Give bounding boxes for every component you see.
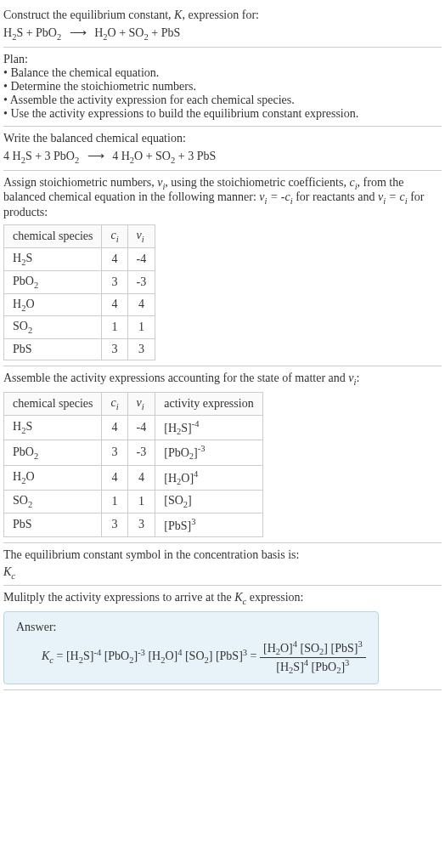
col-species: chemical species bbox=[4, 392, 102, 415]
intro-k: K bbox=[174, 9, 182, 21]
plan-section: Plan: • Balance the chemical equation. •… bbox=[3, 48, 442, 127]
eq-symbol-section: The equilibrium constant symbol in the c… bbox=[3, 543, 442, 587]
cell-c: 1 bbox=[102, 491, 127, 513]
cell-c: 3 bbox=[102, 339, 127, 360]
intro-text-post: , expression for: bbox=[182, 9, 259, 21]
answer-label: Answer: bbox=[16, 621, 366, 634]
cell-activity: [PbS]3 bbox=[155, 513, 262, 536]
nu-i: νi bbox=[157, 176, 165, 189]
cell-v: -3 bbox=[127, 440, 155, 465]
cell-species: SO2 bbox=[4, 316, 102, 339]
cell-c: 4 bbox=[102, 465, 127, 490]
intro-line1: Construct the equilibrium constant, K, e… bbox=[3, 9, 442, 22]
cell-species: SO2 bbox=[4, 491, 102, 513]
cell-c: 1 bbox=[102, 316, 127, 339]
table-row: PbS 3 3 [PbS]3 bbox=[4, 513, 263, 536]
stoich-section: Assign stoichiometric numbers, νi, using… bbox=[3, 171, 442, 367]
c-i: ci bbox=[349, 176, 357, 189]
kc-symbol: Kc bbox=[3, 565, 442, 581]
cell-activity: [H2S]-4 bbox=[155, 415, 262, 440]
answer-section: Mulitply the activity expressions to arr… bbox=[3, 586, 442, 690]
cell-v: 1 bbox=[127, 316, 155, 339]
balanced-heading: Write the balanced chemical equation: bbox=[3, 132, 442, 145]
col-ci: ci bbox=[102, 225, 127, 248]
table-row: SO2 1 1 bbox=[4, 316, 155, 339]
col-vi: νi bbox=[127, 392, 155, 415]
balanced-section: Write the balanced chemical equation: 4 … bbox=[3, 127, 442, 171]
cell-v: 3 bbox=[127, 339, 155, 360]
stoich-table: chemical species ci νi H2S 4 -4 PbO2 3 -… bbox=[3, 224, 155, 360]
col-vi: νi bbox=[127, 225, 155, 248]
cell-v: -4 bbox=[127, 415, 155, 440]
cell-v: 1 bbox=[127, 491, 155, 513]
intro-section: Construct the equilibrium constant, K, e… bbox=[3, 3, 442, 48]
intro-text-pre: Construct the equilibrium constant, bbox=[3, 9, 174, 21]
cell-activity: [PbO2]-3 bbox=[155, 440, 262, 465]
col-species: chemical species bbox=[4, 225, 102, 248]
multiply-line: Mulitply the activity expressions to arr… bbox=[3, 591, 442, 606]
cell-v: -4 bbox=[127, 247, 155, 270]
cell-species: H2O bbox=[4, 293, 102, 316]
plan-heading: Plan: bbox=[3, 53, 442, 66]
table-row: H2S 4 -4 bbox=[4, 247, 155, 270]
table-row: H2O 4 4 [H2O]4 bbox=[4, 465, 263, 490]
plan-item: • Use the activity expressions to build … bbox=[3, 107, 442, 121]
cell-v: 3 bbox=[127, 513, 155, 536]
cell-c: 4 bbox=[102, 293, 127, 316]
cell-activity: [H2O]4 bbox=[155, 465, 262, 490]
cell-c: 3 bbox=[102, 440, 127, 465]
kc-expression: Kc = [H2S]-4 [PbO2]-3 [H2O]4 [SO2] [PbS]… bbox=[16, 639, 366, 675]
cell-species: PbS bbox=[4, 339, 102, 360]
plan-item: • Determine the stoichiometric numbers. bbox=[3, 80, 442, 94]
activity-table: chemical species ci νi activity expressi… bbox=[3, 392, 263, 537]
cell-v: 4 bbox=[127, 465, 155, 490]
activity-heading: Assemble the activity expressions accoun… bbox=[3, 372, 442, 387]
cell-species: H2S bbox=[4, 415, 102, 440]
table-header-row: chemical species ci νi activity expressi… bbox=[4, 392, 263, 415]
col-activity: activity expression bbox=[155, 392, 262, 415]
cell-species: PbS bbox=[4, 513, 102, 536]
plan-item: • Assemble the activity expression for e… bbox=[3, 94, 442, 107]
plan-item: • Balance the chemical equation. bbox=[3, 66, 442, 80]
stoich-text: Assign stoichiometric numbers, νi, using… bbox=[3, 176, 442, 220]
balanced-equation: 4 H2S + 3 PbO2 ⟶ 4 H2O + SO2 + 3 PbS bbox=[3, 149, 442, 165]
table-row: SO2 1 1 [SO2] bbox=[4, 491, 263, 513]
cell-c: 3 bbox=[102, 270, 127, 293]
activity-section: Assemble the activity expressions accoun… bbox=[3, 366, 442, 542]
col-ci: ci bbox=[102, 392, 127, 415]
cell-c: 4 bbox=[102, 247, 127, 270]
arrow-icon: ⟶ bbox=[70, 26, 87, 40]
table-row: PbO2 3 -3 bbox=[4, 270, 155, 293]
cell-v: -3 bbox=[127, 270, 155, 293]
table-row: H2S 4 -4 [H2S]-4 bbox=[4, 415, 263, 440]
cell-v: 4 bbox=[127, 293, 155, 316]
cell-activity: [SO2] bbox=[155, 491, 262, 513]
cell-c: 3 bbox=[102, 513, 127, 536]
cell-c: 4 bbox=[102, 415, 127, 440]
table-row: H2O 4 4 bbox=[4, 293, 155, 316]
cell-species: PbO2 bbox=[4, 440, 102, 465]
cell-species: PbO2 bbox=[4, 270, 102, 293]
cell-species: H2S bbox=[4, 247, 102, 270]
arrow-icon: ⟶ bbox=[87, 149, 104, 163]
answer-box: Answer: Kc = [H2S]-4 [PbO2]-3 [H2O]4 [SO… bbox=[3, 611, 379, 684]
unbalanced-equation: H2S + PbO2 ⟶ H2O + SO2 + PbS bbox=[3, 26, 442, 42]
eq-symbol-line: The equilibrium constant symbol in the c… bbox=[3, 548, 442, 562]
table-header-row: chemical species ci νi bbox=[4, 225, 155, 248]
cell-species: H2O bbox=[4, 465, 102, 490]
table-row: PbO2 3 -3 [PbO2]-3 bbox=[4, 440, 263, 465]
table-row: PbS 3 3 bbox=[4, 339, 155, 360]
